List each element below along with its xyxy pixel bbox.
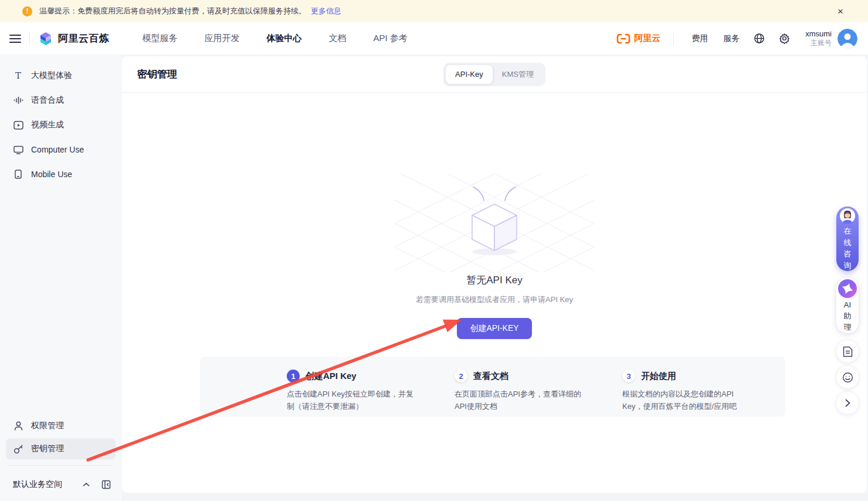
sidebar-item-mobile-use[interactable]: Mobile Use: [0, 162, 121, 187]
empty-box-illustration: [395, 174, 594, 272]
create-api-key-button[interactable]: 创建API-KEY: [457, 318, 531, 339]
sidebar-item-label: Computer Use: [31, 145, 84, 154]
monitor-icon: [13, 145, 23, 154]
app-window: ! 温馨提示：免费额度用完后将自动转为按量付费，请及时充值以保障服务持续。 更多…: [0, 0, 868, 501]
notice-bar: ! 温馨提示：免费额度用完后将自动转为按量付费，请及时充值以保障服务持续。 更多…: [0, 0, 868, 22]
getting-started-steps: 1 创建API Key 点击创建API Key按钮立即创建，并复制（请注意不要泄…: [200, 357, 785, 417]
sidebar-item-llm-experience[interactable]: T 大模型体验: [0, 63, 121, 88]
notice-text: 温馨提示：免费额度用完后将自动转为按量付费，请及时充值以保障服务持续。: [39, 6, 306, 16]
bailian-logo[interactable]: 阿里云百炼: [38, 31, 110, 46]
sidebar-item-label: 权限管理: [31, 421, 64, 431]
collapse-widgets-button[interactable]: [836, 392, 859, 414]
empty-title: 暂无API Key: [466, 273, 522, 287]
chevron-up-icon[interactable]: [83, 482, 90, 487]
divider: [673, 32, 674, 45]
feedback-button[interactable]: [836, 366, 859, 388]
document-icon: [843, 346, 853, 357]
service-link[interactable]: 服务: [723, 33, 740, 44]
empty-state: 暂无API Key 若需要调用基础模型或者应用，请申请API Key 创建API…: [122, 174, 867, 339]
workspace-switcher[interactable]: 默认业务空间: [0, 472, 121, 497]
username: xmsumi: [805, 29, 832, 39]
sidebar-item-key-management[interactable]: 密钥管理: [6, 438, 116, 459]
ai-assistant-widget[interactable]: AI 助 理: [836, 277, 859, 333]
waveform-icon: [13, 96, 23, 104]
user-icon: [13, 421, 23, 431]
aliyun-logo[interactable]: 阿里云: [616, 33, 660, 45]
step-create-api-key: 1 创建API Key 点击创建API Key按钮立即创建，并复制（请注意不要泄…: [287, 370, 433, 413]
sidebar-item-speech-synthesis[interactable]: 语音合成: [0, 88, 121, 113]
sidebar-bottom: 权限管理 密钥管理 默认业务空间: [0, 414, 121, 501]
step-description: 在页面顶部点击API参考，查看详细的API使用文档: [455, 388, 581, 413]
key-management-card: 密钥管理 API-Key KMS管理: [122, 56, 867, 493]
main-nav: 模型服务 应用开发 体验中心 文档 API 参考: [143, 33, 408, 44]
step-number-badge: 3: [622, 370, 635, 382]
globe-icon[interactable]: [754, 33, 765, 44]
key-type-tabs: API-Key KMS管理: [443, 63, 545, 86]
header-right: 阿里云 费用 服务 xmsumi 主账号: [616, 29, 857, 49]
sidebar-item-label: 语音合成: [31, 95, 64, 106]
close-icon[interactable]: ×: [838, 6, 843, 16]
step-number-badge: 1: [287, 370, 300, 382]
divider: [8, 465, 113, 466]
brand-name: 阿里云百炼: [58, 32, 110, 45]
mobile-icon: [13, 170, 23, 179]
video-icon: [13, 121, 23, 130]
bailian-logo-icon: [38, 31, 53, 46]
step-title: 创建API Key: [306, 371, 357, 382]
sidebar-item-label: 密钥管理: [31, 444, 64, 454]
ai-sparkle-icon: [838, 279, 857, 298]
step-title: 开始使用: [641, 371, 676, 382]
step-number-badge: 2: [455, 370, 467, 382]
sidebar-item-computer-use[interactable]: Computer Use: [0, 137, 121, 162]
step-description: 点击创建API Key按钮立即创建，并复制（请注意不要泄漏）: [287, 388, 413, 413]
page-body: T 大模型体验 语音合成 视频生: [0, 55, 868, 501]
aliyun-bracket-icon: [616, 33, 631, 45]
sidebar-item-label: 视频生成: [31, 120, 64, 130]
billing-link[interactable]: 费用: [691, 33, 708, 44]
chevron-right-icon: [845, 399, 850, 407]
online-consult-widget[interactable]: 在 线 咨 询: [836, 207, 859, 271]
sidebar-item-label: Mobile Use: [31, 170, 72, 179]
alert-icon: !: [22, 6, 32, 16]
nav-model-services[interactable]: 模型服务: [143, 33, 178, 44]
nav-docs[interactable]: 文档: [329, 33, 347, 44]
avatar[interactable]: [838, 29, 857, 49]
account-type: 主账号: [805, 39, 832, 48]
page-title: 密钥管理: [137, 67, 177, 81]
more-info-link[interactable]: 更多信息: [311, 6, 341, 16]
sidebar-item-label: 大模型体验: [31, 70, 72, 81]
top-header: 阿里云百炼 模型服务 应用开发 体验中心 文档 API 参考 阿里云 费用 服务: [0, 22, 868, 55]
step-view-docs: 2 查看文档 在页面顶部点击API参考，查看详细的API使用文档: [455, 370, 601, 413]
collapse-panel-icon[interactable]: [101, 480, 111, 489]
user-account[interactable]: xmsumi 主账号: [805, 29, 832, 48]
sidebar-item-video-generation[interactable]: 视频生成: [0, 113, 121, 137]
main-area: 密钥管理 API-Key KMS管理: [121, 55, 868, 501]
doc-feedback-button[interactable]: [836, 340, 859, 363]
nav-api-reference[interactable]: API 参考: [374, 33, 408, 44]
hamburger-menu-icon[interactable]: [9, 35, 21, 43]
tab-kms[interactable]: KMS管理: [493, 65, 543, 84]
empty-subtitle: 若需要调用基础模型或者应用，请申请API Key: [416, 294, 573, 305]
nav-app-development[interactable]: 应用开发: [205, 33, 240, 44]
agent-avatar: [838, 208, 857, 224]
ai-assistant-label: AI 助 理: [844, 300, 852, 333]
card-header: 密钥管理 API-Key KMS管理: [122, 56, 867, 93]
smiley-icon: [842, 372, 853, 383]
online-consult-label: 在 线 咨 询: [844, 225, 852, 271]
aliyun-text: 阿里云: [634, 33, 660, 44]
nav-experience-center[interactable]: 体验中心: [267, 33, 302, 44]
step-start-using: 3 开始使用 根据文档的内容以及您创建的API Key，使用百炼平台的模型/应用…: [622, 370, 769, 413]
sidebar-item-permission-management[interactable]: 权限管理: [0, 414, 121, 438]
step-description: 根据文档的内容以及您创建的API Key，使用百炼平台的模型/应用吧: [622, 388, 749, 413]
step-title: 查看文档: [473, 371, 508, 382]
divider: [29, 32, 30, 45]
sidebar: T 大模型体验 语音合成 视频生: [0, 55, 121, 501]
tab-api-key[interactable]: API-Key: [446, 65, 493, 84]
workspace-name: 默认业务空间: [13, 479, 62, 490]
settings-gear-icon[interactable]: [779, 33, 790, 44]
text-icon: T: [13, 70, 23, 81]
key-icon: [13, 444, 23, 454]
